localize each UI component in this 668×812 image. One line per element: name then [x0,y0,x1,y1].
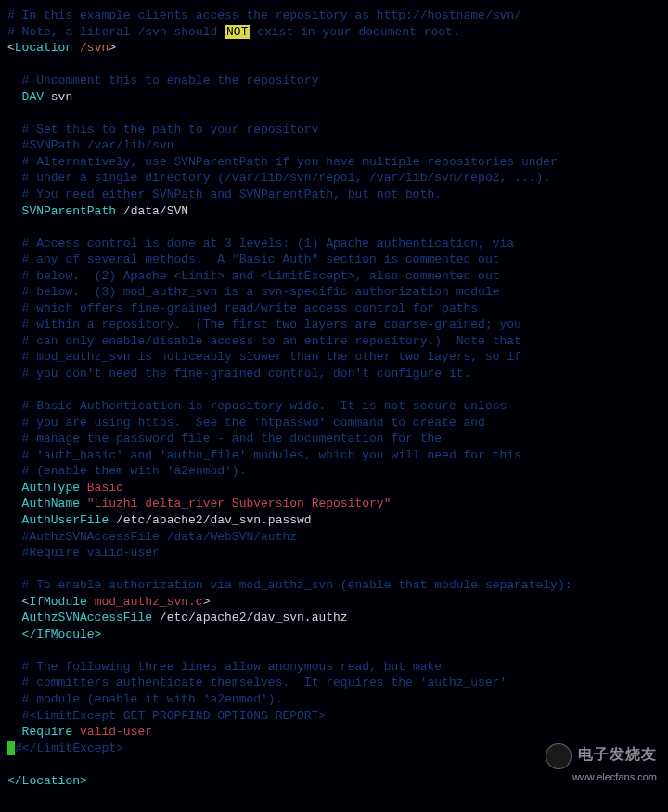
authtype-directive: AuthType Basic [7,480,661,496]
comment: # you don't need the fine-grained contro… [7,367,470,380]
comment: # you are using https. See the 'htpasswd… [7,416,485,430]
comment: # below. (2) Apache <Limit> and <LimitEx… [7,269,500,283]
watermark: 电子发烧友 www.elecfans.com [546,743,657,784]
comment: # Uncomment this to enable the repositor… [7,73,318,87]
config-file-view: # In this example clients access the rep… [7,7,661,789]
comment: #Require valid-user [7,546,160,560]
comment: exist in your document root. [250,25,459,39]
location-open-tag: <Location /svn> [7,40,661,57]
comment: # Basic Authentication is repository-wid… [7,399,507,413]
comment: #SVNPath /var/lib/svn [7,138,173,152]
comment: # Note, a literal /svn should [7,25,225,39]
comment: # which offers fine-grained read/write a… [7,302,478,316]
comment: # committers authenticate themselves. It… [7,676,507,690]
comment: # Alternatively, use SVNParentPath if yo… [7,155,558,169]
comment: # module (enable it with 'a2enmod'). [7,692,282,706]
comment: #AuthzSVNAccessFile /data/WebSVN/authz [7,530,297,544]
comment: # can only enable/disable access to an e… [7,334,521,348]
cursor-icon [7,741,15,755]
watermark-brand: 电子发烧友 [578,746,657,762]
comment: # mod_authz_svn is noticeably slower tha… [7,350,521,364]
ifmodule-open-tag: <IfModule mod_authz_svn.c> [7,594,661,611]
comment: # within a repository. (The first two la… [7,317,521,331]
comment: # In this example clients access the rep… [7,8,521,22]
comment: # below. (3) mod_authz_svn is a svn-spec… [7,285,500,299]
comment: # any of several methods. A "Basic Auth"… [7,252,500,266]
comment: # 'auth_basic' and 'authn_file' modules,… [7,448,521,462]
comment: # Set this to the path to your repositor… [7,122,318,136]
comment: # under a single directory (/var/lib/svn… [7,171,550,185]
comment: # To enable authorization via mod_authz_… [7,578,572,592]
comment: #</LimitExcept> [15,741,123,755]
comment: # The following three lines allow anonym… [7,660,442,674]
authname-directive: AuthName "Liuzhi delta_river Subversion … [7,496,661,512]
authuserfile-directive: AuthUserFile /etc/apache2/dav_svn.passwd [7,512,661,529]
comment: # manage the password file - and the doc… [7,432,442,445]
highlight-not: NOT [225,25,250,39]
svnparentpath-directive: SVNParentPath /data/SVN [7,203,661,220]
comment: # (enable them with 'a2enmod'). [7,464,246,478]
watermark-url: www.elecfans.com [572,771,657,782]
comment: # You need either SVNPath and SVNParentP… [7,187,442,201]
comment: #<LimitExcept GET PROPFIND OPTIONS REPOR… [7,709,326,723]
ifmodule-close-tag: </IfModule> [7,626,661,643]
dav-directive: DAV svn [7,89,661,106]
comment: # Access control is done at 3 levels: (1… [7,237,514,251]
wechat-logo-icon [546,743,572,769]
authzsvnaccessfile-directive: AuthzSVNAccessFile /etc/apache2/dav_svn.… [7,610,661,626]
require-directive: Require valid-user [7,724,661,741]
